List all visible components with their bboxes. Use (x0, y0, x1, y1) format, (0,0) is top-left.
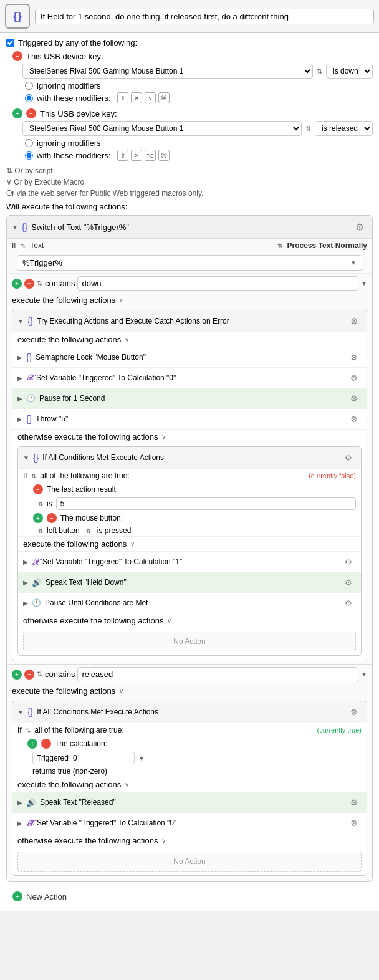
trigger-text-value: %Trigger% (22, 258, 62, 267)
pause-label: Pause for 1 Second (39, 394, 105, 403)
try-execute-dropdown[interactable]: ∨ (125, 336, 129, 343)
if-cond-collapse-1[interactable]: ▼ (23, 454, 29, 461)
is-value-row-1: ⇅ is (18, 496, 361, 511)
new-action-label: New Action (26, 892, 67, 901)
if-cond-header-2: ▼ {} If All Conditions Met Execute Actio… (12, 701, 367, 723)
device1-ignore-radio[interactable] (25, 82, 33, 90)
inner-action-speak-released-left: ▶ 🔊 Speak Text "Released" (17, 798, 116, 807)
device2-with-label: with these modifiers: (37, 151, 111, 160)
switch-gear-button[interactable]: ⚙ (352, 219, 367, 234)
setvariable-expand[interactable]: ▶ (17, 375, 22, 382)
stepper-mouse[interactable]: ⇅ (38, 527, 43, 534)
if-all-true-row-2: If ⇅ all of the following are true: (cur… (12, 723, 367, 737)
if-cond-title-1: If All Conditions Met Execute Actions (42, 453, 164, 462)
new-action-plus[interactable]: + (12, 891, 22, 901)
case1-condition-input[interactable] (77, 276, 358, 291)
inner-speak-released-gear[interactable]: ⚙ (347, 795, 362, 810)
try-action-setvariable: ▶ 𝒳 Set Variable "Triggered" To Calculat… (12, 367, 367, 388)
process-label: ⇅ Process Text Normally (277, 241, 367, 250)
try-gear-button[interactable]: ⚙ (347, 314, 362, 329)
if-execute-dropdown-1[interactable]: ∨ (130, 540, 135, 547)
is-value-input-1[interactable] (56, 497, 356, 510)
case2-remove-button[interactable]: − (24, 670, 34, 680)
device1-with-radio[interactable] (25, 94, 33, 102)
throw-gear[interactable]: ⚙ (347, 411, 362, 426)
if-cond-collapse-2[interactable]: ▼ (17, 709, 24, 716)
if-otherwise-dropdown-1[interactable]: ∨ (167, 617, 171, 624)
case2-add-button[interactable]: + (12, 670, 22, 680)
remove-trigger2-button[interactable]: − (26, 108, 36, 118)
if-cond-gear-1[interactable]: ⚙ (341, 450, 356, 465)
case2-execute-label: execute the following actions (12, 686, 115, 696)
inner-speak-released-expand[interactable]: ▶ (17, 799, 22, 806)
will-execute-label: Will execute the following actions: (6, 202, 373, 211)
stepper-is[interactable]: ⇅ (38, 501, 43, 507)
if2-execute-dropdown[interactable]: ∨ (125, 781, 129, 788)
or-script-link[interactable]: ⇅ Or by script. (6, 166, 373, 176)
case1-dropdown[interactable]: ▼ (361, 280, 367, 287)
stepper1[interactable]: ⇅ (317, 67, 322, 75)
macro-title-input[interactable] (35, 9, 374, 24)
stepper-mouse2[interactable]: ⇅ (86, 527, 91, 534)
cond-add-2[interactable]: + (33, 513, 43, 523)
this-usb-label-1: This USB device key: (26, 52, 103, 61)
device2-ignore-radio[interactable] (25, 139, 33, 147)
try-otherwise-dropdown[interactable]: ∨ (161, 433, 166, 440)
case1-stepper[interactable]: ⇅ (37, 279, 42, 287)
case2-execute-dropdown[interactable]: ∨ (119, 688, 123, 694)
case2-dropdown[interactable]: ▼ (361, 671, 367, 678)
inner-pause-until-expand[interactable]: ▶ (23, 600, 28, 607)
setvariable-gear[interactable]: ⚙ (347, 370, 362, 385)
switch-collapse-arrow[interactable]: ▼ (12, 224, 18, 231)
new-action-button[interactable]: + New Action (6, 886, 373, 906)
if-cond-gear-2[interactable]: ⚙ (347, 704, 362, 719)
cond-calc-remove[interactable]: − (41, 739, 51, 749)
device2-select[interactable]: SteelSeries Rival 500 Gaming Mouse Butto… (22, 121, 302, 136)
inner-setvariable1-gear[interactable]: ⚙ (341, 554, 356, 569)
add-trigger-button[interactable]: + (12, 108, 22, 118)
semaphore-expand[interactable]: ▶ (17, 354, 22, 361)
trigger-text-dropdown[interactable]: ▼ (350, 259, 357, 266)
inner-pause-until-icon: 🕐 (32, 598, 41, 607)
trigger-block-1: − This USB device key: SteelSeries Rival… (12, 51, 373, 103)
inner-setvariable2-gear[interactable]: ⚙ (347, 815, 362, 830)
cond-calc-add[interactable]: + (27, 739, 37, 749)
calc-value-input[interactable] (32, 752, 135, 764)
throw-expand[interactable]: ▶ (17, 416, 22, 423)
cond-remove-2[interactable]: − (47, 513, 57, 523)
cond2-label: The mouse button: (60, 514, 123, 522)
cond1-remove[interactable]: − (33, 484, 43, 494)
case2-stepper[interactable]: ⇅ (37, 670, 42, 678)
stepper2[interactable]: ⇅ (305, 125, 311, 133)
case1-execute-dropdown[interactable]: ∨ (119, 297, 123, 304)
try-collapse-arrow[interactable]: ▼ (17, 318, 24, 325)
setvariable-label: Set Variable "Triggered" To Calculation … (36, 373, 176, 382)
device2-state-select[interactable]: is released (315, 121, 373, 136)
try-header: ▼ {} Try Executing Actions and Execute C… (12, 310, 367, 332)
case2-condition-type: contains (45, 670, 75, 679)
trigger-checkbox[interactable] (6, 39, 14, 47)
inner-pause-until-gear[interactable]: ⚙ (341, 595, 356, 610)
inner-setvariable2-expand[interactable]: ▶ (17, 820, 22, 827)
inner-speak-held-gear[interactable]: ⚙ (341, 575, 356, 590)
if2-otherwise-dropdown[interactable]: ∨ (161, 837, 166, 844)
try-title: Try Executing Actions and Execute Catch … (37, 317, 229, 325)
case1-add-button[interactable]: + (12, 279, 22, 289)
remove-trigger1-button[interactable]: − (12, 51, 22, 61)
device1-state-select[interactable]: is down (326, 64, 373, 79)
case1-remove-button[interactable]: − (24, 279, 34, 289)
pause-gear[interactable]: ⚙ (347, 391, 362, 406)
semaphore-gear[interactable]: ⚙ (347, 350, 362, 365)
inner-setvariable1-expand[interactable]: ▶ (23, 559, 28, 565)
mod-icon-shift2: ⇧ (117, 150, 128, 161)
inner-speak-held-expand[interactable]: ▶ (23, 579, 28, 586)
case2-contains-row: + − ⇅ contains ▼ (7, 664, 372, 684)
device2-with-radio[interactable] (25, 151, 33, 160)
calc-dropdown[interactable]: ▼ (138, 755, 145, 762)
or-macro-link[interactable]: ∨ Or by Execute Macro (6, 177, 373, 187)
device1-select[interactable]: SteelSeries Rival 500 Gaming Mouse Butto… (22, 64, 313, 79)
pause-expand[interactable]: ▶ (17, 395, 22, 402)
case2-condition-input[interactable] (77, 667, 358, 681)
condition-calculation: + − The calculation: (12, 737, 367, 751)
case1-contains-row: + − ⇅ contains ▼ (7, 273, 372, 293)
